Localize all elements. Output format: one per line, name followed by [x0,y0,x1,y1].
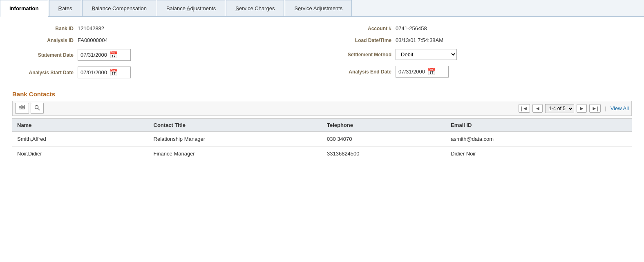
analysis-end-row: Analysis End Date 07/31/2000 📅 [330,66,632,78]
col-header-email: Email ID [446,119,632,132]
settlement-method-label: Settlement Method [330,52,396,58]
svg-point-4 [35,106,38,109]
account-value: 0741-256458 [396,25,427,31]
pagination: |◄ ◄ 1-4 of 5 ► ►| | View All [519,104,629,113]
grid-icon [19,105,25,111]
pagination-divider: | [605,105,606,111]
bank-contacts-title: Bank Contacts [12,91,632,98]
bank-contacts-table: Name Contact Title Telephone Email ID Sm… [12,118,632,161]
svg-rect-2 [19,107,21,109]
form-right: Account # 0741-256458 Load Date/Time 03/… [330,25,632,84]
analysis-id-label: Analysis ID [12,38,78,43]
tab-balance-adjustments[interactable]: Balance Adjustments [157,0,225,16]
tab-service-charges[interactable]: Service Charges [226,0,284,16]
view-all-link[interactable]: View All [610,105,629,111]
bank-id-row: Bank ID 121042882 [12,25,314,31]
tab-bar: Information Rates Balance Compensation B… [0,0,644,17]
bank-id-value: 121042882 [78,25,104,31]
table-row: Noir,DidierFinance Manager33136824500Did… [12,147,632,161]
tab-information[interactable]: Information [0,0,48,17]
svg-rect-1 [22,105,25,107]
search-icon [34,105,40,111]
table-header-row: Name Contact Title Telephone Email ID [12,119,632,132]
svg-rect-0 [19,105,21,107]
analysis-id-row: Analysis ID FA00000004 [12,37,314,43]
tab-service-adjustments[interactable]: Service Adjustments [285,0,352,16]
analysis-end-label: Analysis End Date [330,69,396,75]
analysis-start-row: Analysis Start Date 07/01/2000 📅 [12,67,314,78]
load-date-value: 03/13/01 7:54:38AM [396,37,443,43]
cell-title-1: Finance Manager [149,147,322,161]
load-date-label: Load Date/Time [330,38,396,43]
tab-rates[interactable]: Rates [49,0,82,16]
analysis-start-calendar-icon[interactable]: 📅 [110,69,128,76]
settlement-method-select[interactable]: Debit Credit ACH [396,49,457,60]
cell-name-0: Smith,Alfred [12,132,149,147]
statement-date-input[interactable]: 07/31/2000 📅 [78,49,131,61]
col-header-title: Contact Title [149,119,322,132]
grid-view-button[interactable] [15,103,29,114]
tab-balance-compensation[interactable]: Balance Compensation [82,0,156,16]
cell-phone-0: 030 34070 [322,132,446,147]
col-header-phone: Telephone [322,119,446,132]
next-page-button[interactable]: ► [577,104,587,113]
svg-rect-3 [22,107,25,109]
statement-date-row: Statement Date 07/31/2000 📅 [12,49,314,61]
table-row: Smith,AlfredRelationship Manager030 3407… [12,132,632,147]
cell-phone-1: 33136824500 [322,147,446,161]
analysis-end-input[interactable]: 07/31/2000 📅 [396,66,449,78]
account-row: Account # 0741-256458 [330,25,632,31]
last-page-button[interactable]: ►| [589,104,601,113]
settlement-method-row: Settlement Method Debit Credit ACH [330,49,632,60]
first-page-button[interactable]: |◄ [519,104,530,113]
page-select[interactable]: 1-4 of 5 [545,104,574,113]
form-section: Bank ID 121042882 Analysis ID FA00000004… [12,25,632,84]
cell-email-0: asmith@data.com [446,132,632,147]
cell-name-1: Noir,Didier [12,147,149,161]
statement-date-calendar-icon[interactable]: 📅 [110,51,128,59]
statement-date-label: Statement Date [12,52,78,58]
cell-title-0: Relationship Manager [149,132,322,147]
load-date-row: Load Date/Time 03/13/01 7:54:38AM [330,37,632,43]
cell-email-1: Didier Noir [446,147,632,161]
form-left: Bank ID 121042882 Analysis ID FA00000004… [12,25,314,84]
content-area: Bank ID 121042882 Analysis ID FA00000004… [0,17,644,169]
svg-line-5 [38,109,40,110]
analysis-start-label: Analysis Start Date [12,70,78,75]
analysis-end-calendar-icon[interactable]: 📅 [427,68,446,75]
bank-id-label: Bank ID [12,26,78,31]
prev-page-button[interactable]: ◄ [532,104,543,113]
analysis-id-value: FA00000004 [78,37,108,43]
bank-contacts-toolbar: |◄ ◄ 1-4 of 5 ► ►| | View All [12,101,632,116]
col-header-name: Name [12,119,149,132]
account-label: Account # [330,26,396,31]
search-button[interactable] [31,103,44,114]
analysis-start-input[interactable]: 07/01/2000 📅 [78,67,131,78]
